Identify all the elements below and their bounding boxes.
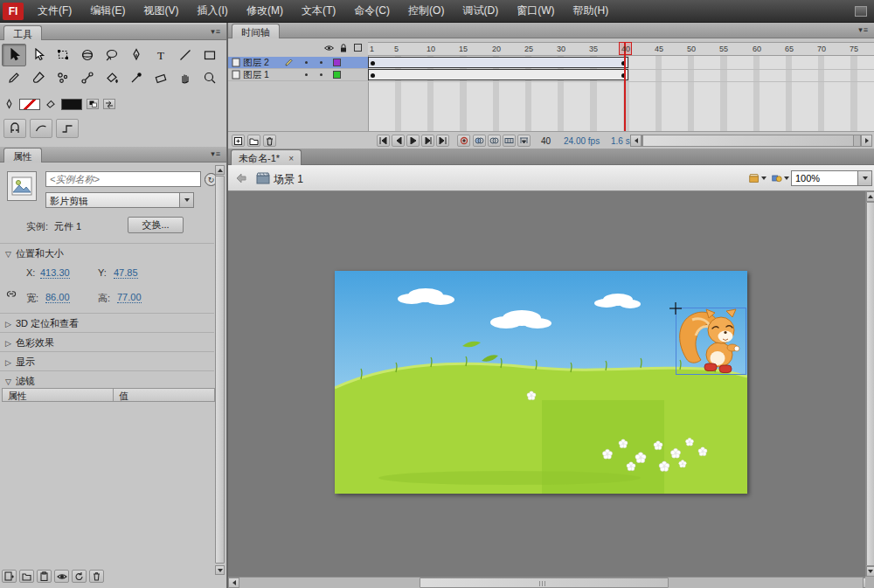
menu-view[interactable]: 视图(V) (135, 0, 186, 22)
delete-layer-icon[interactable] (263, 135, 276, 147)
edit-multiple-frames-icon[interactable] (503, 135, 516, 147)
horizontal-scrollbar[interactable] (228, 577, 874, 588)
menu-text[interactable]: 文本(T) (294, 0, 343, 22)
pen-tool[interactable] (124, 44, 149, 66)
instance-name-input[interactable] (45, 171, 201, 187)
enable-filter-icon[interactable] (54, 570, 69, 583)
deco-tool[interactable] (51, 66, 75, 89)
lasso-tool[interactable] (100, 44, 124, 66)
brush-tool[interactable] (26, 66, 51, 89)
edit-symbols-button[interactable] (772, 171, 789, 185)
eyedropper-tool[interactable] (124, 66, 149, 89)
smooth-icon[interactable] (30, 119, 52, 138)
elapsed-time-value[interactable]: 1.6 s (611, 136, 630, 146)
center-frame-icon[interactable] (457, 135, 470, 147)
menu-help[interactable]: 帮助(H) (565, 0, 617, 22)
stroke-color-swatch[interactable] (19, 99, 40, 110)
frame-rate-value[interactable]: 24.00 fps (564, 136, 600, 146)
frame-span-layer-2[interactable] (368, 57, 628, 68)
swap-colors-button[interactable] (103, 99, 115, 109)
bone-tool[interactable] (75, 66, 100, 89)
y-value[interactable]: 47.85 (114, 267, 138, 279)
text-tool[interactable]: T (149, 44, 173, 66)
show-hide-all-layers-icon[interactable] (323, 44, 335, 52)
document-tab[interactable]: 未命名-1* × (231, 149, 302, 165)
layer-outline-color[interactable] (333, 71, 341, 79)
properties-scrollbar-thumb[interactable] (215, 176, 225, 564)
free-transform-tool[interactable] (51, 44, 75, 66)
delete-filter-icon[interactable] (89, 570, 104, 583)
section-display[interactable]: ▷显示 (0, 351, 214, 370)
keyframe-dot[interactable] (371, 73, 375, 78)
height-value[interactable]: 77.00 (117, 292, 142, 303)
edit-scene-button[interactable] (749, 171, 766, 185)
onion-skin-outlines-icon[interactable] (488, 135, 501, 147)
scroll-left-arrow[interactable] (228, 578, 239, 588)
timeline-scrollbar-thumb[interactable] (642, 135, 854, 147)
pencil-tool[interactable] (2, 66, 26, 89)
hand-tool[interactable] (173, 66, 198, 89)
reset-filter-icon[interactable] (72, 570, 87, 583)
straighten-icon[interactable] (56, 119, 79, 138)
properties-scroll-up[interactable] (215, 165, 225, 175)
layer-name[interactable]: 图层 1 (243, 69, 281, 81)
section-3d[interactable]: ▷3D 定位和查看 (0, 313, 214, 332)
outline-all-layers-icon[interactable] (354, 44, 362, 52)
scroll-up-arrow[interactable] (866, 191, 874, 202)
vertical-scrollbar-thumb[interactable] (866, 202, 874, 566)
lock-dimensions-icon[interactable] (6, 290, 17, 301)
layer-visible-dot[interactable] (305, 61, 308, 64)
goto-last-frame-button[interactable] (436, 135, 449, 147)
menu-window[interactable]: 窗口(W) (509, 0, 562, 22)
menu-commands[interactable]: 命令(C) (346, 0, 398, 22)
timeline-scroll-left[interactable] (630, 135, 642, 147)
lock-all-layers-icon[interactable] (339, 43, 348, 53)
current-frame-value[interactable]: 40 (541, 136, 551, 146)
layer-name[interactable]: 图层 2 (243, 57, 281, 69)
tab-timeline[interactable]: 时间轴 (232, 24, 280, 38)
app-window-icon[interactable] (855, 6, 867, 17)
layer-row-2[interactable]: 图层 2 (228, 57, 368, 69)
menu-debug[interactable]: 调试(D) (454, 0, 506, 22)
stage-workspace[interactable] (228, 191, 865, 577)
frame-span-layer-1[interactable] (368, 69, 628, 80)
properties-panel-menu-icon[interactable]: ▾≡ (211, 149, 221, 158)
timeline-scroll-right[interactable] (861, 135, 872, 147)
goto-first-frame-button[interactable] (377, 135, 390, 147)
menu-modify[interactable]: 修改(M) (239, 0, 291, 22)
dropdown-arrow-icon[interactable] (179, 193, 193, 207)
step-forward-button[interactable] (421, 135, 434, 147)
add-filter-icon[interactable] (2, 570, 17, 583)
timeline-panel-menu-icon[interactable]: ▾≡ (858, 25, 869, 34)
clipboard-icon[interactable] (37, 570, 52, 583)
snap-magnet-icon[interactable] (3, 119, 26, 138)
tools-panel-menu-icon[interactable]: ▾≡ (211, 27, 221, 36)
menu-edit[interactable]: 编辑(E) (82, 0, 133, 22)
layer-outline-color[interactable] (333, 59, 341, 66)
x-value[interactable]: 413.30 (40, 267, 70, 279)
eraser-tool[interactable] (149, 66, 173, 89)
subselection-tool[interactable] (26, 44, 51, 66)
playhead-line[interactable] (624, 42, 626, 131)
layer-lock-dot[interactable] (320, 73, 323, 76)
step-back-button[interactable] (392, 135, 405, 147)
tab-properties[interactable]: 属性 (3, 148, 42, 163)
zoom-dropdown-arrow[interactable] (857, 171, 871, 185)
menu-control[interactable]: 控制(O) (400, 0, 452, 22)
new-folder-icon[interactable] (247, 135, 260, 147)
section-filters[interactable]: ▽滤镜 (0, 370, 214, 390)
layer-visible-dot[interactable] (305, 73, 308, 76)
layer-row-1[interactable]: 图层 1 (228, 69, 368, 81)
tab-tools[interactable]: 工具 (3, 25, 42, 40)
presets-icon[interactable] (19, 570, 34, 583)
back-button[interactable] (235, 171, 253, 185)
section-color-effect[interactable]: ▷色彩效果 (0, 332, 214, 351)
horizontal-scrollbar-thumb[interactable] (420, 578, 669, 588)
selection-tool[interactable] (2, 44, 26, 66)
vertical-scrollbar[interactable] (865, 191, 874, 577)
stage-canvas[interactable] (335, 271, 747, 494)
swap-button[interactable]: 交换... (128, 217, 184, 233)
width-value[interactable]: 86.00 (45, 292, 70, 303)
rectangle-tool[interactable] (198, 44, 222, 66)
section-position-size[interactable]: ▽位置和大小 (0, 243, 214, 262)
